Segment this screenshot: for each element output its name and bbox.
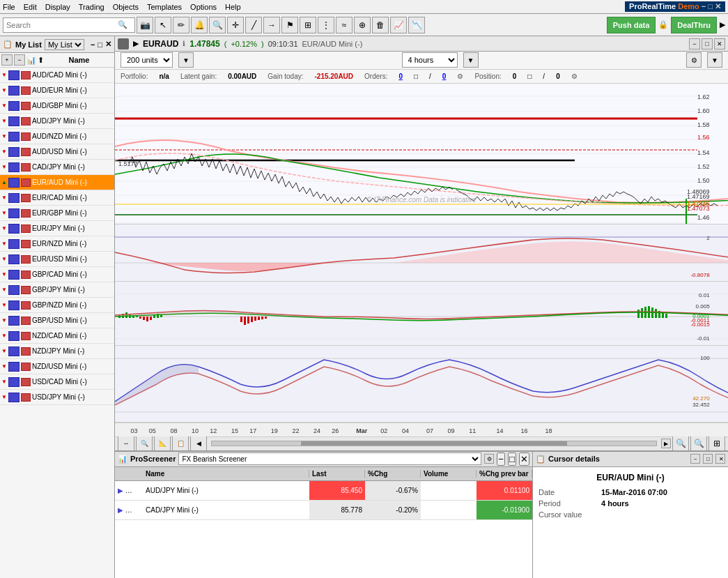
menu-trading[interactable]: Trading (79, 3, 104, 11)
timeframe-dropdown-btn[interactable]: ▼ (463, 52, 479, 68)
toolbar-fibb-btn[interactable]: ⋮ (318, 17, 334, 33)
sidebar-item[interactable]: ▼ GBP/NZD Mini (-) (0, 298, 114, 313)
units-select[interactable]: 200 units (121, 52, 173, 68)
chart-maximize-btn[interactable]: □ (702, 38, 713, 50)
units-dropdown-btn[interactable]: ▼ (178, 52, 194, 68)
sidebar-item[interactable]: ▼ AUD/USD Mini (-) (0, 144, 114, 160)
deal-thru-button[interactable]: DealThru (671, 17, 717, 33)
toolbar-cursor-btn[interactable]: ↖ (155, 17, 171, 33)
chart-bottom-btn4[interactable]: 📋 (172, 435, 189, 452)
sidebar-item[interactable]: ▼ NZD/CAD Mini (-) (0, 328, 114, 344)
sidebar-item[interactable]: ▼ GBP/JPY Mini (-) (0, 282, 114, 298)
chart-scrollbar-track[interactable] (211, 441, 657, 446)
push-data-button[interactable]: Push data (607, 17, 656, 33)
sidebar-item[interactable]: ▼ AUD/NZD Mini (-) (0, 129, 114, 144)
toolbar-pencil-btn[interactable]: ✏ (173, 17, 189, 33)
menu-edit[interactable]: Edit (24, 3, 37, 11)
sidebar-minimize-btn[interactable]: − (91, 40, 95, 49)
toolbar-tool3-btn[interactable]: ≈ (336, 17, 353, 33)
svg-text:1.58: 1.58 (697, 121, 710, 128)
toolbar-crosshair-btn[interactable]: ✛ (227, 17, 244, 33)
orders-value[interactable]: 0 (398, 73, 403, 80)
sidebar-item[interactable]: ▼ AUD/JPY Mini (-) (0, 114, 114, 129)
position-settings-icon[interactable]: ⚙ (571, 73, 578, 80)
chart-minimize-btn[interactable]: − (689, 38, 700, 50)
sidebar-item[interactable]: ▼ AUD/EUR Mini (-) (0, 83, 114, 98)
toolbar-chart-btn[interactable]: 📈 (390, 17, 407, 33)
chart-close-btn[interactable]: ✕ (714, 38, 725, 50)
chart-zoom-btn3[interactable]: ⊞ (708, 435, 725, 452)
sidebar-item[interactable]: ▼ EUR/JPY Mini (-) (0, 221, 114, 236)
toolbar-search2-btn[interactable]: 🔍 (209, 17, 226, 33)
menu-objects[interactable]: Objects (113, 3, 139, 11)
toolbar-line-btn[interactable]: ╱ (245, 17, 262, 33)
sidebar-maximize-btn[interactable]: □ (98, 40, 102, 49)
menu-options[interactable]: Options (190, 3, 217, 11)
toolbar-arrow-btn[interactable]: → (263, 17, 280, 33)
sidebar-item[interactable]: ▼ EUR/USD Mini (-) (0, 252, 114, 267)
cursor-close-btn[interactable]: ✕ (715, 454, 725, 464)
screener-maximize-btn[interactable]: □ (508, 452, 516, 466)
screener-row[interactable]: ▶ AUD/JPY Mini (-) 85.450 -0.67% 0.01100 (115, 481, 532, 501)
chart-zoom-btn2[interactable]: 🔍 (690, 435, 707, 452)
sidebar-item[interactable]: ▼ USD/JPY Mini (-) (0, 390, 114, 405)
sidebar-item[interactable]: ▼ AUD/CAD Mini (-) (0, 68, 114, 83)
col-chg: %Chg (365, 470, 421, 478)
chart-bottom-btn3[interactable]: 📐 (154, 435, 171, 452)
chart-view-btn[interactable]: ▼ (707, 52, 722, 68)
chart-settings-btn[interactable]: ⚙ (686, 52, 702, 68)
toolbar-flag-btn[interactable]: ⚑ (281, 17, 298, 33)
sidebar-item[interactable]: ▼ USD/CAD Mini (-) (0, 374, 114, 390)
orders-settings-icon[interactable]: ⚙ (457, 73, 463, 80)
item-flag-icon (8, 101, 20, 111)
item-flag2-icon (21, 317, 31, 325)
sidebar-item[interactable]: ▼ EUR/CAD Mini (-) (0, 190, 114, 206)
svg-rect-59 (251, 317, 253, 322)
toolbar-delete-btn[interactable]: 🗑 (372, 17, 389, 33)
toolbar-tool4-btn[interactable]: ⊕ (354, 17, 371, 33)
screener-row[interactable]: ▶ CAD/JPY Mini (-) 85.778 -0.20% -0.0190… (115, 501, 532, 520)
cursor-minimize-btn[interactable]: − (690, 454, 700, 464)
sidebar-item[interactable]: ▼ GBP/USD Mini (-) (0, 313, 114, 328)
screener-close-btn[interactable]: ✕ (519, 452, 529, 466)
sidebar-add-btn[interactable]: + (1, 54, 13, 66)
sidebar-item[interactable]: ▼ AUD/GBP Mini (-) (0, 98, 114, 114)
chart-price: 1.47845 (189, 39, 219, 49)
toolbar-order-btn[interactable]: ⊞ (300, 17, 316, 33)
sidebar-close-btn[interactable]: ✕ (105, 40, 111, 49)
orders-value2[interactable]: 0 (442, 73, 447, 80)
cursor-maximize-btn[interactable]: □ (703, 454, 713, 464)
chart-bottom-btn5[interactable]: ◀ (190, 435, 207, 452)
sidebar-item[interactable]: ▼ EUR/GBP Mini (-) (0, 206, 114, 221)
chart-scrollbar-thumb[interactable] (301, 441, 568, 446)
menu-templates[interactable]: Templates (147, 3, 182, 11)
scroll-right-btn[interactable]: ▶ (661, 439, 671, 448)
sidebar-item[interactable]: ▼ EUR/NZD Mini (-) (0, 236, 114, 252)
sidebar-item[interactable]: ▼ CAD/JPY Mini (-) (0, 160, 114, 175)
sidebar-item[interactable]: ▼ GBP/CAD Mini (-) (0, 267, 114, 282)
screener-strategy-select[interactable]: FX Bearish Screener (178, 452, 481, 465)
search-box[interactable]: 🔍 (3, 17, 135, 33)
chart-zoom-btn1[interactable]: 🔍 (672, 435, 689, 452)
search-input[interactable] (6, 21, 118, 29)
sidebar-remove-btn[interactable]: − (14, 54, 25, 66)
screener-minimize-btn[interactable]: − (497, 452, 505, 466)
sidebar-item[interactable]: ▼ NZD/JPY Mini (-) (0, 344, 114, 359)
menu-display[interactable]: Display (45, 3, 70, 11)
toolbar-screenshot-btn[interactable]: 📷 (137, 17, 153, 33)
chart-bottom-btn1[interactable]: ↔ (118, 435, 134, 452)
timeframe-select[interactable]: 4 hours (402, 52, 458, 68)
toolbar-chart2-btn[interactable]: 📉 (408, 17, 425, 33)
window-controls[interactable]: − □ ✕ (702, 2, 721, 10)
sidebar-item[interactable]: ▼ NZD/USD Mini (-) (0, 359, 114, 374)
menu-file[interactable]: File (3, 3, 15, 11)
chart-area: ▶ EURAUD ℹ 1.47845 ( +0.12% ) 09:10:31 E… (115, 36, 728, 578)
toolbar-alert-btn[interactable]: 🔔 (191, 17, 208, 33)
chart-bottom-btn2[interactable]: 🔍 (136, 435, 153, 452)
row-chg-prev: 0.01100 (477, 481, 532, 500)
svg-text:17: 17 (249, 427, 256, 434)
sidebar-list-dropdown[interactable]: My List (45, 39, 84, 50)
menu-help[interactable]: Help (225, 3, 241, 11)
sidebar-item-active[interactable]: ▲ EUR/AUD Mini (-) (0, 175, 114, 190)
screener-settings-btn[interactable]: ⚙ (484, 454, 494, 464)
